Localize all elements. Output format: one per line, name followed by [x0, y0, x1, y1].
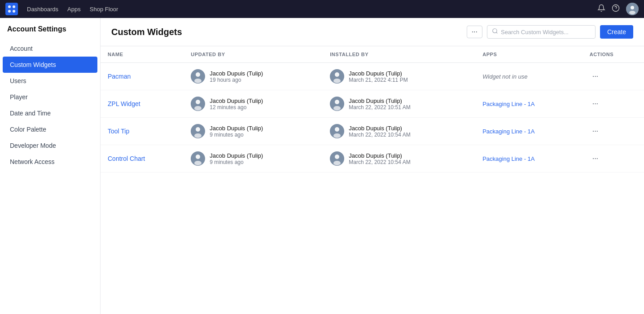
- installed-by-avatar: [330, 151, 344, 166]
- widgets-table-container: NAME UPDATED BY INSTALLED BY APPS ACTION…: [101, 46, 644, 172]
- installed-by-date: March 22, 2022 10:54 AM: [349, 132, 410, 138]
- widget-name-link[interactable]: Pacman: [108, 73, 131, 80]
- sidebar-title: Account Settings: [0, 25, 100, 40]
- nav-apps[interactable]: Apps: [67, 6, 81, 13]
- sidebar-item-users[interactable]: Users: [3, 73, 97, 89]
- row-actions-button[interactable]: ···: [590, 126, 601, 136]
- notification-icon[interactable]: [597, 4, 605, 14]
- installed-by-cell: Jacob Dupuis (Tulip) March 21, 2022 4:11…: [330, 69, 468, 84]
- app-link[interactable]: Packaging Line - 1A: [482, 128, 534, 135]
- table-row: Control Chart Jacob Dupuis (Tulip) 9 min…: [101, 145, 644, 172]
- widgets-table: NAME UPDATED BY INSTALLED BY APPS ACTION…: [101, 46, 644, 172]
- svg-point-31: [196, 155, 200, 159]
- svg-point-28: [335, 127, 339, 132]
- svg-point-26: [194, 133, 202, 138]
- updated-by-cell: Jacob Dupuis (Tulip) 19 hours ago: [191, 69, 315, 84]
- svg-point-22: [335, 100, 339, 104]
- sidebar-item-custom-widgets[interactable]: Custom Widgets: [3, 57, 97, 73]
- svg-point-5: [613, 5, 619, 12]
- svg-point-32: [194, 161, 202, 165]
- installed-by-date: March 22, 2022 10:54 AM: [349, 159, 410, 165]
- installed-by-avatar: [330, 124, 344, 138]
- create-button[interactable]: Create: [600, 25, 633, 39]
- svg-point-19: [196, 100, 200, 104]
- main-layout: Account Settings Account Custom Widgets …: [0, 18, 644, 314]
- row-actions-button[interactable]: ···: [590, 99, 601, 109]
- installed-by-name: Jacob Dupuis (Tulip): [349, 70, 407, 77]
- more-options-button[interactable]: ···: [467, 26, 482, 38]
- sidebar-item-player[interactable]: Player: [3, 89, 97, 105]
- updated-by-cell: Jacob Dupuis (Tulip) 12 minutes ago: [191, 97, 315, 111]
- app-link[interactable]: Packaging Line - 1A: [482, 101, 534, 107]
- updated-by-avatar: [191, 69, 205, 84]
- installed-by-cell: Jacob Dupuis (Tulip) March 22, 2022 10:5…: [330, 97, 468, 111]
- sidebar-item-date-time[interactable]: Date and Time: [3, 105, 97, 121]
- svg-point-10: [493, 29, 497, 33]
- svg-point-23: [333, 106, 341, 111]
- app-link[interactable]: Packaging Line - 1A: [482, 155, 534, 162]
- col-apps: APPS: [475, 46, 583, 63]
- row-actions-button[interactable]: ···: [590, 71, 601, 81]
- svg-point-9: [629, 11, 635, 14]
- svg-point-2: [13, 5, 15, 8]
- updated-by-name: Jacob Dupuis (Tulip): [210, 70, 263, 77]
- search-icon: [492, 28, 498, 36]
- installed-by-avatar: [330, 97, 344, 111]
- updated-by-cell: Jacob Dupuis (Tulip) 9 minutes ago: [191, 124, 315, 138]
- updated-by-name: Jacob Dupuis (Tulip): [210, 97, 263, 104]
- table-row: Pacman Jacob Dupuis (Tulip) 19 hours ago…: [101, 63, 644, 90]
- row-actions-button[interactable]: ···: [590, 154, 601, 164]
- nav-dashboards[interactable]: Dashboards: [27, 6, 58, 13]
- updated-by-name: Jacob Dupuis (Tulip): [210, 152, 263, 159]
- installed-by-date: March 21, 2022 4:11 PM: [349, 77, 407, 83]
- svg-point-29: [333, 133, 341, 138]
- installed-by-name: Jacob Dupuis (Tulip): [349, 125, 410, 132]
- updated-by-time: 9 minutes ago: [210, 132, 263, 138]
- top-navigation: Dashboards Apps Shop Floor: [0, 0, 644, 18]
- updated-by-avatar: [191, 97, 205, 111]
- header-actions: ··· Create: [467, 25, 633, 39]
- col-updated-by: UPDATED BY: [184, 46, 323, 63]
- search-box: [487, 25, 596, 39]
- updated-by-time: 19 hours ago: [210, 77, 263, 83]
- updated-by-name: Jacob Dupuis (Tulip): [210, 125, 263, 132]
- widget-name-link[interactable]: Control Chart: [108, 155, 145, 162]
- widget-name-link[interactable]: Tool Tip: [108, 128, 129, 135]
- installed-by-cell: Jacob Dupuis (Tulip) March 22, 2022 10:5…: [330, 124, 468, 138]
- sidebar-item-developer-mode[interactable]: Developer Mode: [3, 137, 97, 154]
- col-installed-by: INSTALLED BY: [323, 46, 475, 63]
- app-logo[interactable]: [5, 3, 18, 15]
- installed-by-avatar: [330, 69, 344, 84]
- sidebar-item-account[interactable]: Account: [3, 40, 97, 57]
- sidebar-item-color-palette[interactable]: Color Palette: [3, 121, 97, 137]
- svg-point-1: [8, 5, 11, 8]
- page-header: Custom Widgets ··· Create: [101, 18, 644, 46]
- svg-point-17: [333, 79, 341, 83]
- help-icon[interactable]: [612, 4, 620, 14]
- sidebar-item-network-access[interactable]: Network Access: [3, 154, 97, 170]
- page-title: Custom Widgets: [111, 27, 461, 37]
- svg-rect-0: [5, 3, 18, 15]
- search-input[interactable]: [501, 29, 591, 35]
- not-in-use-label: Widget not in use: [482, 73, 527, 80]
- user-avatar[interactable]: [626, 3, 639, 15]
- sidebar: Account Settings Account Custom Widgets …: [0, 18, 101, 314]
- col-name: NAME: [101, 46, 184, 63]
- svg-point-34: [335, 155, 339, 159]
- updated-by-cell: Jacob Dupuis (Tulip) 9 minutes ago: [191, 151, 315, 166]
- updated-by-avatar: [191, 151, 205, 166]
- nav-shop-floor[interactable]: Shop Floor: [90, 6, 118, 13]
- updated-by-time: 9 minutes ago: [210, 159, 263, 165]
- col-actions: ACTIONS: [583, 46, 644, 63]
- widget-name-link[interactable]: ZPL Widget: [108, 100, 140, 107]
- svg-point-35: [333, 161, 341, 165]
- svg-point-4: [13, 10, 15, 13]
- svg-point-25: [196, 127, 200, 132]
- updated-by-avatar: [191, 124, 205, 138]
- table-row: ZPL Widget Jacob Dupuis (Tulip) 12 minut…: [101, 90, 644, 118]
- installed-by-name: Jacob Dupuis (Tulip): [349, 152, 410, 159]
- svg-point-14: [194, 79, 202, 83]
- installed-by-date: March 22, 2022 10:51 AM: [349, 104, 410, 111]
- svg-point-20: [194, 106, 202, 111]
- svg-point-16: [335, 72, 339, 77]
